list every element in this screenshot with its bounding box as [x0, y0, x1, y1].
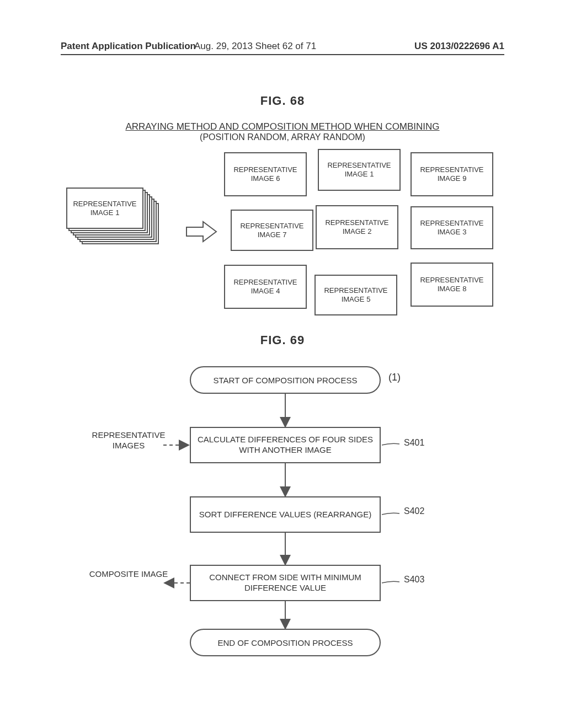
header-patent-number: US 2013/0222696 A1	[414, 41, 504, 52]
flow-start-marker: (1)	[388, 372, 401, 383]
flow-end: END OF COMPOSITION PROCESS	[190, 629, 381, 656]
figure-69-flowchart: START OF COMPOSITION PROCESS (1) REPRESE…	[61, 366, 502, 659]
figure-68-title: ARRAYING METHOD AND COMPOSITION METHOD W…	[0, 121, 565, 142]
image-stack: REPRESENTATIVE IMAGE 1	[66, 188, 154, 237]
figure-68-label: FIG. 68	[0, 94, 565, 108]
flow-start: START OF COMPOSITION PROCESS	[190, 366, 381, 394]
page-header: Patent Application Publication Aug. 29, …	[61, 41, 504, 55]
stack-front-label: REPRESENTATIVE IMAGE 1	[66, 188, 143, 229]
header-publication: Patent Application Publication	[61, 41, 196, 52]
grid-cell-7: REPRESENTATIVE IMAGE 7	[231, 210, 313, 251]
figure-68-title-line2: (POSITION RANDOM, ARRAY RANDOM)	[0, 132, 565, 142]
figure-68-diagram: REPRESENTATIVE IMAGE 1 REPRESENTATIVE IM…	[61, 149, 502, 336]
step-ref-s403: S403	[404, 575, 424, 585]
step-ref-s401: S401	[404, 438, 424, 448]
side-input-label: REPRESENTATIVE IMAGES	[87, 430, 170, 451]
flow-step-s403: CONNECT FROM SIDE WITH MINIMUM DIFFERENC…	[190, 565, 381, 601]
header-sheet-info: Aug. 29, 2013 Sheet 62 of 71	[194, 41, 316, 52]
grid-cell-3: REPRESENTATIVE IMAGE 3	[411, 206, 493, 249]
patent-page: Patent Application Publication Aug. 29, …	[0, 0, 565, 728]
grid-cell-6: REPRESENTATIVE IMAGE 6	[224, 152, 307, 196]
grid-cell-9: REPRESENTATIVE IMAGE 9	[411, 152, 493, 196]
flow-step-s401: CALCULATE DIFFERENCES OF FOUR SIDES WITH…	[190, 427, 381, 463]
flow-step-s402: SORT DIFFERENCE VALUES (REARRANGE)	[190, 496, 381, 533]
side-output-label: COMPOSITE IMAGE	[87, 569, 170, 580]
grid-cell-2: REPRESENTATIVE IMAGE 2	[316, 205, 398, 249]
grid-cell-8: REPRESENTATIVE IMAGE 8	[411, 263, 493, 307]
figure-68-title-line1: ARRAYING METHOD AND COMPOSITION METHOD W…	[125, 121, 439, 132]
step-ref-s402: S402	[404, 506, 424, 516]
grid-cell-5: REPRESENTATIVE IMAGE 5	[315, 275, 397, 315]
grid-cell-1: REPRESENTATIVE IMAGE 1	[318, 149, 401, 191]
arrow-right-icon	[185, 221, 217, 243]
figure-69-label: FIG. 69	[0, 333, 565, 347]
grid-cell-4: REPRESENTATIVE IMAGE 4	[224, 265, 307, 309]
